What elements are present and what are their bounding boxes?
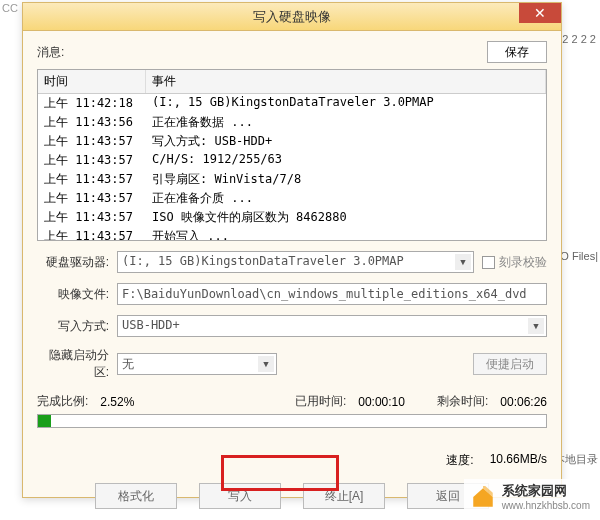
write-disk-image-dialog: 写入硬盘映像 ✕ 消息: 保存 时间 事件 上午 11:42:18(I:, 15… — [22, 2, 562, 498]
close-icon: ✕ — [534, 5, 546, 21]
hidden-partition-label: 隐藏启动分区: — [37, 347, 117, 381]
log-time: 上午 11:43:56 — [38, 114, 146, 131]
abort-button[interactable]: 终止[A] — [303, 483, 385, 509]
elapsed-label: 已用时间: — [295, 393, 346, 410]
log-list[interactable]: 时间 事件 上午 11:42:18(I:, 15 GB)KingstonData… — [37, 69, 547, 241]
col-time-header[interactable]: 时间 — [38, 70, 146, 93]
log-event: ISO 映像文件的扇区数为 8462880 — [146, 209, 546, 226]
remaining-label: 剩余时间: — [437, 393, 488, 410]
write-mode-label: 写入方式: — [37, 318, 117, 335]
watermark: 系统家园网 www.hnzkhbsb.com — [464, 479, 596, 514]
log-time: 上午 11:43:57 — [38, 190, 146, 207]
dialog-title: 写入硬盘映像 — [253, 8, 331, 26]
log-event: 正在准备数据 ... — [146, 114, 546, 131]
verify-checkbox-wrap[interactable]: 刻录校验 — [482, 254, 547, 271]
house-icon — [470, 486, 496, 508]
bg-text: CC — [2, 2, 18, 14]
log-event: 正在准备介质 ... — [146, 190, 546, 207]
speed-label: 速度: — [446, 452, 473, 469]
message-label: 消息: — [37, 44, 64, 61]
log-row[interactable]: 上午 11:43:57引导扇区: WinVista/7/8 — [38, 170, 546, 189]
ratio-value: 2.52% — [100, 395, 134, 409]
log-event: 开始写入 ... — [146, 228, 546, 241]
drive-select[interactable]: (I:, 15 GB)KingstonDataTraveler 3.0PMAP … — [117, 251, 474, 273]
format-button[interactable]: 格式化 — [95, 483, 177, 509]
col-event-header[interactable]: 事件 — [146, 70, 546, 93]
log-event: 写入方式: USB-HDD+ — [146, 133, 546, 150]
hidden-partition-value: 无 — [122, 357, 134, 371]
log-time: 上午 11:43:57 — [38, 171, 146, 188]
image-label: 映像文件: — [37, 286, 117, 303]
log-time: 上午 11:42:18 — [38, 95, 146, 112]
log-row[interactable]: 上午 11:42:18(I:, 15 GB)KingstonDataTravel… — [38, 94, 546, 113]
chevron-down-icon: ▼ — [455, 254, 471, 270]
titlebar[interactable]: 写入硬盘映像 ✕ — [23, 3, 561, 31]
log-row[interactable]: 上午 11:43:57正在准备介质 ... — [38, 189, 546, 208]
write-button[interactable]: 写入 — [199, 483, 281, 509]
bg-side-2: O Files| — [560, 250, 598, 262]
drive-value: (I:, 15 GB)KingstonDataTraveler 3.0PMAP — [122, 254, 404, 268]
log-row[interactable]: 上午 11:43:57C/H/S: 1912/255/63 — [38, 151, 546, 170]
remaining-value: 00:06:26 — [500, 395, 547, 409]
log-time: 上午 11:43:57 — [38, 228, 146, 241]
write-mode-select[interactable]: USB-HDD+ ▼ — [117, 315, 547, 337]
dialog-content: 消息: 保存 时间 事件 上午 11:42:18(I:, 15 GB)Kings… — [23, 31, 561, 519]
log-row[interactable]: 上午 11:43:57开始写入 ... — [38, 227, 546, 241]
log-event: C/H/S: 1912/255/63 — [146, 152, 546, 169]
watermark-name: 系统家园网 — [502, 482, 590, 500]
chevron-down-icon: ▼ — [528, 318, 544, 334]
log-body: 上午 11:42:18(I:, 15 GB)KingstonDataTravel… — [38, 94, 546, 241]
log-time: 上午 11:43:57 — [38, 152, 146, 169]
hidden-partition-select[interactable]: 无 ▼ — [117, 353, 277, 375]
speed-value: 10.66MB/s — [490, 452, 547, 469]
verify-checkbox[interactable] — [482, 256, 495, 269]
log-row[interactable]: 上午 11:43:57写入方式: USB-HDD+ — [38, 132, 546, 151]
log-event: (I:, 15 GB)KingstonDataTraveler 3.0PMAP — [146, 95, 546, 112]
write-mode-value: USB-HDD+ — [122, 318, 180, 332]
elapsed-value: 00:00:10 — [358, 395, 405, 409]
save-button[interactable]: 保存 — [487, 41, 547, 63]
verify-label: 刻录校验 — [499, 254, 547, 271]
ratio-label: 完成比例: — [37, 393, 88, 410]
log-time: 上午 11:43:57 — [38, 209, 146, 226]
chevron-down-icon: ▼ — [258, 356, 274, 372]
progress-bar — [37, 414, 547, 428]
watermark-url: www.hnzkhbsb.com — [502, 500, 590, 511]
log-header: 时间 事件 — [38, 70, 546, 94]
log-row[interactable]: 上午 11:43:57ISO 映像文件的扇区数为 8462880 — [38, 208, 546, 227]
log-time: 上午 11:43:57 — [38, 133, 146, 150]
close-button[interactable]: ✕ — [519, 3, 561, 23]
image-file-input[interactable] — [117, 283, 547, 305]
quick-boot-button[interactable]: 便捷启动 — [473, 353, 547, 375]
log-event: 引导扇区: WinVista/7/8 — [146, 171, 546, 188]
drive-label: 硬盘驱动器: — [37, 254, 117, 271]
progress-fill — [38, 415, 51, 427]
log-row[interactable]: 上午 11:43:56正在准备数据 ... — [38, 113, 546, 132]
